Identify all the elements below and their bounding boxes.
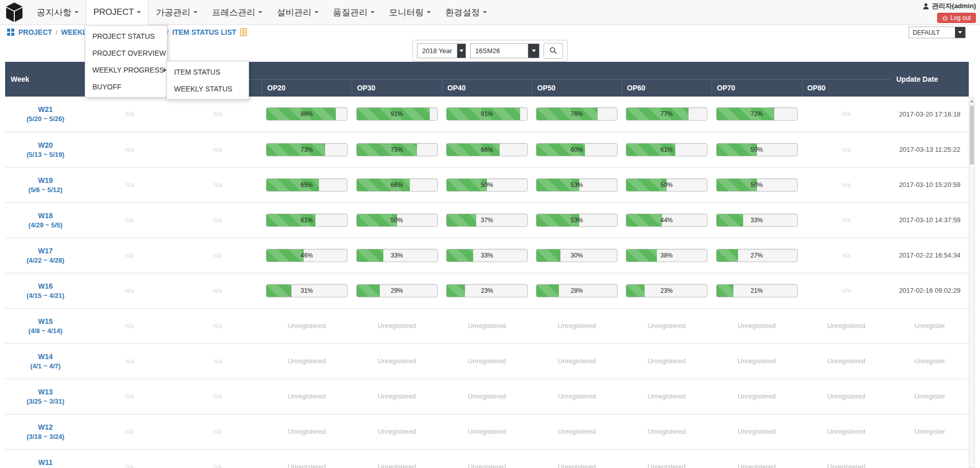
week-link[interactable]: W15 xyxy=(5,317,86,325)
na-cell: n/a xyxy=(802,273,891,308)
progress-cell: 33% xyxy=(352,238,442,273)
unregistered-cell: Unregistered xyxy=(712,449,802,468)
nav-item-monitoring[interactable]: 모니터링 xyxy=(382,0,438,25)
progress-bar: 75% xyxy=(356,143,438,156)
na-cell: n/a xyxy=(86,202,173,238)
nav-item-notice[interactable]: 공지사항 xyxy=(30,0,86,25)
unregistered-cell: Unregistered xyxy=(352,308,442,343)
week-range: (5/20 ~ 5/26) xyxy=(5,115,86,123)
week-link[interactable]: W18 xyxy=(5,212,86,220)
na-cell: n/a xyxy=(173,414,262,449)
vertical-scrollbar[interactable] xyxy=(969,97,975,468)
progress-cell: 29% xyxy=(352,273,442,308)
week-link[interactable]: W16 xyxy=(5,282,86,290)
progress-cell: 23% xyxy=(622,273,712,308)
week-link[interactable]: W21 xyxy=(5,105,86,113)
scroll-thumb[interactable] xyxy=(970,106,974,165)
na-cell: n/a xyxy=(173,132,262,167)
user-icon xyxy=(922,3,929,10)
progress-cell: 66% xyxy=(352,167,442,202)
progress-value: 28% xyxy=(536,285,617,297)
progress-cell: 77% xyxy=(622,97,712,132)
progress-bar: 65% xyxy=(266,178,348,192)
unregistered-cell: Unregistered xyxy=(442,449,532,468)
user-name: 관리자(admin) xyxy=(932,2,976,11)
week-link[interactable]: W20 xyxy=(5,141,86,149)
breadcrumb-item-status-list[interactable]: ITEM STATUS LIST xyxy=(172,28,236,36)
nav-item-quality[interactable]: 품질관리 xyxy=(326,0,382,25)
update-date-cell: 2017-03-10 14:37:59 xyxy=(891,202,969,238)
table-row: W20(5/13 ~ 5/19)n/an/a73%75%66%60%61%50%… xyxy=(5,132,969,167)
menu-item-project-overview[interactable]: PROJECT OVERVIEW xyxy=(85,44,167,61)
search-button[interactable] xyxy=(544,43,563,59)
year-select[interactable]: 2018 Year xyxy=(417,43,466,58)
week-link[interactable]: W19 xyxy=(5,176,86,184)
na-cell: n/a xyxy=(86,167,173,202)
progress-value: 53% xyxy=(536,179,617,191)
nav-item-project[interactable]: PROJECT xyxy=(86,0,149,25)
progress-value: 60% xyxy=(536,144,617,156)
na-cell: n/a xyxy=(173,343,262,379)
progress-bar: 76% xyxy=(536,107,618,121)
week-cell: W18(4/29 ~ 5/5) xyxy=(5,202,86,238)
progress-cell: 23% xyxy=(442,273,532,308)
week-range: (3/25 ~ 3/31) xyxy=(5,397,86,405)
unregistered-cell: Unregistered xyxy=(262,414,352,449)
menu-item-project-status[interactable]: PROJECT STATUS xyxy=(85,28,167,44)
na-cell: n/a xyxy=(802,132,891,167)
progress-bar: 46% xyxy=(266,249,348,262)
progress-bar: 50% xyxy=(716,143,798,156)
nav-label: 가공관리 xyxy=(156,7,190,18)
progress-bar: 29% xyxy=(356,284,438,297)
nav-item-press[interactable]: 프레스관리 xyxy=(205,0,270,25)
note-icon[interactable] xyxy=(240,28,247,36)
week-range: (3/18 ~ 3/24) xyxy=(5,433,86,440)
nav-item-machining[interactable]: 가공관리 xyxy=(149,0,205,25)
progress-value: 29% xyxy=(357,285,437,297)
progress-value: 72% xyxy=(717,108,797,120)
na-cell: n/a xyxy=(173,379,262,414)
na-cell: n/a xyxy=(173,97,262,132)
unregistered-cell: Unregistered xyxy=(442,414,532,449)
progress-cell: 33% xyxy=(442,238,532,273)
scroll-up-arrow[interactable] xyxy=(969,98,974,105)
progress-bar: 33% xyxy=(356,249,438,262)
submenu-item-weekly-status[interactable]: WEEKLY STATUS xyxy=(167,80,249,97)
progress-value: 44% xyxy=(626,214,707,226)
week-link[interactable]: W13 xyxy=(5,388,86,396)
unregistered-cell: Unregistered xyxy=(802,379,891,414)
week-link[interactable]: W14 xyxy=(5,353,86,361)
item-code-select-arrow[interactable] xyxy=(528,44,539,58)
progress-bar: 23% xyxy=(446,284,528,297)
na-cell: n/a xyxy=(86,97,173,132)
week-link[interactable]: W17 xyxy=(5,247,86,255)
logout-button[interactable]: Log out xyxy=(937,13,976,23)
unregistered-cell: Unregistered xyxy=(352,343,442,379)
breadcrumb-project[interactable]: PROJECT xyxy=(18,28,52,36)
nav-item-settings[interactable]: 환경설정 xyxy=(438,0,494,25)
year-select-arrow[interactable] xyxy=(457,44,465,58)
app-logo-icon[interactable] xyxy=(5,1,26,24)
col-header-week: Week xyxy=(5,62,86,97)
layout-select[interactable]: DEFAULT xyxy=(909,27,966,38)
unregistered-cell: Unregistered xyxy=(442,379,532,414)
table-container: Week Update Date OP20 OP30 OP40 OP50 OP6… xyxy=(5,62,975,468)
menu-item-weekly-progress[interactable]: WEEKLY PROGRESS xyxy=(85,61,167,78)
submenu-item-item-status[interactable]: ITEM STATUS xyxy=(167,63,249,80)
update-date-cell: 2017-02-16 09:02:29 xyxy=(891,273,969,308)
layout-select-arrow[interactable] xyxy=(955,27,965,38)
progress-cell: 60% xyxy=(532,132,622,167)
item-code-select[interactable]: 16SM26 xyxy=(470,43,540,58)
unregistered-cell: Unregistered xyxy=(712,343,802,379)
progress-value: 50% xyxy=(447,179,527,191)
progress-cell: 30% xyxy=(532,238,622,273)
progress-bar: 61% xyxy=(626,143,707,156)
table-row: W11n/an/aUnregisteredUnregisteredUnregis… xyxy=(5,449,969,468)
progress-bar: 50% xyxy=(716,178,798,192)
nav-item-equipment[interactable]: 설비관리 xyxy=(270,0,326,25)
week-cell: W16(4/15 ~ 4/21) xyxy=(5,273,86,308)
week-range: (5/6 ~ 5/12) xyxy=(5,186,86,194)
week-link[interactable]: W11 xyxy=(5,458,86,466)
week-link[interactable]: W12 xyxy=(5,423,86,431)
menu-item-buyoff[interactable]: BUYOFF xyxy=(85,78,167,95)
